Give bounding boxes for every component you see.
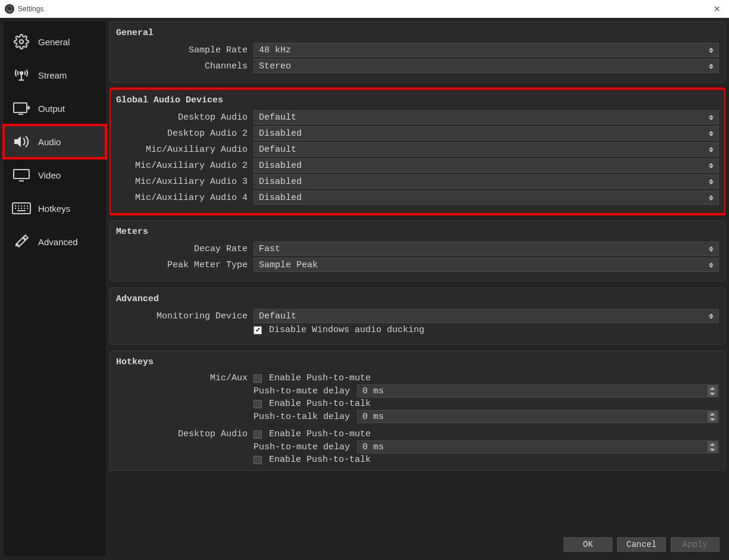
content-scroll: General Sample Rate 48 kHz Channels Ster…: [109, 21, 725, 535]
label-mic-push-to-talk-delay: Push-to-talk delay: [254, 412, 350, 422]
label-desktop-push-to-talk: Enable Push-to-talk: [269, 455, 371, 465]
client-area: General Stream Output Audio: [0, 18, 729, 560]
chevron-updown-icon: [706, 192, 716, 203]
ok-button[interactable]: OK: [564, 537, 612, 552]
svg-point-1: [20, 40, 24, 44]
label-mic-push-to-mute-delay: Push-to-mute delay: [254, 386, 350, 396]
group-title-global-audio: Global Audio Devices: [116, 95, 719, 105]
gear-icon: [12, 35, 31, 49]
chevron-updown-icon: [706, 176, 716, 187]
label-mic-aux: Mic/Auxiliary Audio: [116, 145, 250, 155]
keyboard-icon: [12, 201, 31, 215]
sidebar: General Stream Output Audio: [4, 21, 106, 556]
group-title-hotkeys: Hotkeys: [116, 357, 719, 367]
input-mic-push-to-mute-delay[interactable]: 0 ms: [357, 384, 719, 398]
chevron-updown-icon: [706, 160, 716, 171]
stepper-icon[interactable]: [708, 386, 717, 396]
select-channels[interactable]: Stereo: [254, 59, 719, 73]
window-title: Settings: [18, 5, 43, 13]
label-mic-aux-3: Mic/Auxiliary Audio 3: [116, 177, 250, 187]
label-mic-push-to-talk: Enable Push-to-talk: [269, 399, 371, 409]
stepper-icon[interactable]: [708, 442, 717, 452]
label-sample-rate: Sample Rate: [116, 45, 250, 55]
checkbox-desktop-push-to-mute[interactable]: [254, 430, 262, 439]
select-mic-aux-4[interactable]: Disabled: [254, 190, 719, 205]
sidebar-item-label: Advanced: [38, 237, 78, 247]
app-icon: [5, 4, 14, 14]
label-desktop-audio-2: Desktop Audio 2: [116, 129, 250, 139]
chevron-updown-icon: [706, 61, 716, 71]
sidebar-item-label: Output: [38, 104, 65, 114]
label-desktop-audio: Desktop Audio: [116, 112, 250, 123]
label-mic-aux-2: Mic/Auxiliary Audio 2: [116, 161, 250, 171]
stepper-icon[interactable]: [708, 411, 717, 422]
titlebar: Settings ✕: [0, 0, 729, 18]
select-peak-meter-type[interactable]: Sample Peak: [254, 258, 719, 272]
checkbox-mic-push-to-talk[interactable]: [254, 400, 262, 408]
select-decay-rate[interactable]: Fast: [254, 242, 719, 256]
apply-button[interactable]: Apply: [671, 537, 719, 552]
group-global-audio-devices: Global Audio Devices Desktop Audio Defau…: [109, 89, 725, 214]
checkbox-mic-push-to-mute[interactable]: [254, 374, 262, 383]
select-desktop-audio[interactable]: Default: [254, 110, 719, 124]
select-desktop-audio-2[interactable]: Disabled: [254, 126, 719, 140]
label-mic-aux-4: Mic/Auxiliary Audio 4: [116, 193, 250, 203]
sidebar-item-general[interactable]: General: [4, 25, 106, 58]
sidebar-item-advanced[interactable]: Advanced: [4, 225, 106, 258]
sidebar-item-video[interactable]: Video: [4, 158, 106, 192]
chevron-updown-icon: [706, 112, 716, 123]
output-icon: [12, 101, 31, 115]
select-sample-rate[interactable]: 48 kHz: [254, 43, 719, 57]
group-hotkeys: Hotkeys Mic/Aux Enable Push-to-mute Push…: [109, 351, 725, 471]
group-title-meters: Meters: [116, 227, 719, 237]
label-peak-meter-type: Peak Meter Type: [116, 260, 250, 270]
sidebar-item-label: Video: [38, 170, 61, 180]
select-mic-aux-2[interactable]: Disabled: [254, 158, 719, 173]
sidebar-item-audio[interactable]: Audio: [4, 125, 106, 158]
chevron-updown-icon: [706, 128, 716, 139]
input-desktop-push-to-mute-delay[interactable]: 0 ms: [357, 440, 719, 453]
label-hotkeys-desktop: Desktop Audio: [116, 428, 250, 439]
svg-rect-3: [14, 103, 27, 112]
select-mic-aux-3[interactable]: Disabled: [254, 174, 719, 189]
tools-icon: [12, 234, 31, 249]
checkbox-desktop-push-to-talk[interactable]: [254, 456, 262, 464]
label-monitoring-device: Monitoring Device: [116, 311, 250, 321]
close-icon[interactable]: ✕: [710, 4, 724, 14]
sidebar-item-stream[interactable]: Stream: [4, 58, 106, 92]
chevron-updown-icon: [706, 259, 716, 270]
chevron-updown-icon: [706, 144, 716, 155]
cancel-button[interactable]: Cancel: [617, 537, 666, 552]
svg-point-2: [20, 72, 23, 74]
settings-window: Settings ✕ General Stream: [0, 0, 729, 560]
sidebar-item-label: Hotkeys: [38, 204, 70, 214]
group-title-advanced: Advanced: [116, 294, 719, 304]
label-mic-push-to-mute: Enable Push-to-mute: [269, 373, 371, 383]
chevron-updown-icon: [706, 243, 716, 254]
label-desktop-push-to-mute-delay: Push-to-mute delay: [254, 442, 350, 452]
label-disable-ducking: Disable Windows audio ducking: [269, 325, 424, 335]
group-title-general: General: [116, 28, 719, 38]
checkbox-disable-ducking[interactable]: [254, 326, 262, 334]
chevron-updown-icon: [706, 311, 716, 321]
group-meters: Meters Decay Rate Fast Peak Meter Type S…: [109, 220, 725, 281]
speaker-icon: [12, 134, 31, 149]
group-general: General Sample Rate 48 kHz Channels Ster…: [109, 21, 725, 83]
select-mic-aux[interactable]: Default: [254, 142, 719, 157]
sidebar-item-label: Audio: [38, 137, 61, 147]
sidebar-item-label: Stream: [38, 70, 67, 80]
sidebar-item-output[interactable]: Output: [4, 92, 106, 125]
antenna-icon: [12, 68, 31, 82]
content: General Sample Rate 48 kHz Channels Ster…: [109, 21, 725, 556]
svg-rect-4: [14, 170, 29, 179]
monitor-icon: [12, 168, 31, 182]
chevron-updown-icon: [706, 45, 716, 55]
label-decay-rate: Decay Rate: [116, 244, 250, 254]
label-desktop-push-to-mute: Enable Push-to-mute: [269, 429, 371, 439]
select-monitoring-device[interactable]: Default: [254, 309, 719, 323]
label-channels: Channels: [116, 61, 250, 71]
group-advanced: Advanced Monitoring Device Default Disab…: [109, 287, 725, 345]
input-mic-push-to-talk-delay[interactable]: 0 ms: [357, 410, 719, 423]
label-hotkeys-mic: Mic/Aux: [116, 372, 250, 383]
sidebar-item-hotkeys[interactable]: Hotkeys: [4, 192, 106, 225]
